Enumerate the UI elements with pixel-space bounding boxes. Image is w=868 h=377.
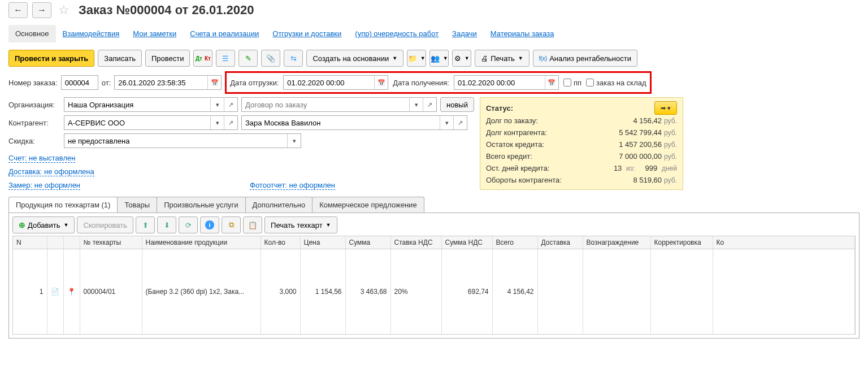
products-table: N № техкарты Наименование продукции Кол-… — [13, 236, 855, 334]
tab-materials[interactable]: Материалы заказа — [484, 25, 561, 42]
order-no-label: Номер заказа: — [8, 79, 58, 87]
tab-additional[interactable]: Дополнительно — [245, 197, 313, 213]
order-no-input[interactable] — [61, 75, 98, 90]
recv-date-input[interactable]: 📅 — [454, 75, 559, 90]
refresh-button[interactable]: ⟳ — [179, 216, 198, 233]
add-row-button[interactable]: ⊕ Добавить▼ — [12, 216, 75, 233]
print-techcard-button[interactable]: Печать техкарт▼ — [264, 216, 337, 233]
dt-kt-icon[interactable]: ДтКт — [193, 50, 212, 67]
table-header: N № техкарты Наименование продукции Кол-… — [13, 236, 855, 249]
ship-date-input[interactable]: 📅 — [283, 75, 388, 90]
info-button[interactable]: i — [200, 216, 219, 233]
edit-icon[interactable]: ✎ — [238, 50, 258, 67]
delivery-point-input[interactable]: ▾↗ — [241, 115, 467, 130]
new-contract-button[interactable]: новый — [440, 97, 474, 112]
org-label: Организация: — [8, 101, 60, 109]
users-icon[interactable]: 👥▼ — [429, 50, 449, 67]
status-debt-cp-label: Долг контрагента: — [486, 128, 547, 137]
back-button[interactable]: ← — [8, 2, 28, 18]
open-icon[interactable]: ↗ — [423, 98, 436, 111]
tab-services[interactable]: Произвольные услуги — [157, 197, 245, 213]
print-button[interactable]: 🖨 Печать▼ — [475, 50, 530, 67]
forward-button[interactable]: → — [32, 2, 51, 18]
photo-link[interactable]: Фотоотчет: не оформлен — [250, 181, 335, 190]
calendar-icon[interactable]: 📅 — [207, 76, 221, 89]
structure-icon[interactable]: ⇆ — [284, 50, 303, 67]
open-icon[interactable]: ↗ — [453, 116, 467, 129]
discount-label: Скидка: — [8, 137, 60, 145]
tab-interactions[interactable]: Взаимодействия — [56, 25, 127, 42]
measure-link[interactable]: Замер: не оформлен — [8, 181, 80, 190]
tab-shipments[interactable]: Отгрузки и доставки — [266, 25, 348, 42]
chevron-down-icon[interactable]: ▾ — [210, 98, 224, 111]
table-row[interactable]: 1 📄 📍 000004/01 (Банер 3.2 (360 dpi) 1x2… — [13, 249, 855, 334]
pp-checkbox[interactable]: пп — [563, 79, 581, 87]
open-icon[interactable]: ↗ — [224, 116, 237, 129]
chevron-down-icon[interactable]: ▾ — [210, 116, 224, 129]
attach-icon[interactable]: 📎 — [261, 50, 280, 67]
tab-notes[interactable]: Мои заметки — [126, 25, 183, 42]
tab-products[interactable]: Продукция по техкартам (1) — [8, 197, 118, 213]
tab-main[interactable]: Основное — [8, 25, 56, 42]
tab-tasks[interactable]: Задачи — [445, 25, 484, 42]
open-icon[interactable]: ↗ — [224, 98, 237, 111]
status-credit-remain-label: Остаток кредита: — [486, 140, 544, 149]
chevron-down-icon[interactable]: ▾ — [440, 116, 453, 129]
status-next-button[interactable]: ➡ ▾ — [654, 101, 677, 115]
tab-work-order[interactable]: (упр) очередность работ — [348, 25, 445, 42]
dates-highlight: Дата отгрузки: 📅 Дата получения: 📅 пп за… — [225, 71, 651, 94]
copy-row-button[interactable]: Скопировать — [77, 216, 133, 233]
profitability-button[interactable]: f(x) Анализ рентабельности — [533, 50, 637, 67]
recv-date-label: Дата получения: — [393, 79, 449, 87]
move-up-button[interactable]: ⬆ — [136, 216, 155, 233]
post-and-close-button[interactable]: Провести и закрыть — [8, 50, 94, 67]
list-icon[interactable]: ☰ — [216, 50, 235, 67]
move-down-button[interactable]: ⬇ — [157, 216, 176, 233]
pin-icon[interactable]: 📍 — [67, 288, 76, 296]
tab-commercial[interactable]: Коммерческое предложение — [312, 197, 424, 213]
doc-icon[interactable]: 📄 — [51, 288, 60, 296]
status-credit-days-label: Ост. дней кредита: — [486, 164, 550, 172]
calendar-icon[interactable]: 📅 — [374, 76, 388, 89]
ship-date-label: Дата отгрузки: — [230, 79, 279, 87]
favorite-star-icon[interactable]: ☆ — [56, 2, 72, 18]
counterparty-input[interactable]: ▾↗ — [64, 115, 238, 130]
chevron-down-icon[interactable]: ▾ — [287, 134, 301, 148]
save-button[interactable]: Записать — [98, 50, 142, 67]
invoice-link[interactable]: Счет: не выставлен — [8, 154, 75, 163]
paste-icon-button[interactable]: 📋 — [243, 216, 262, 233]
to-stock-checkbox[interactable]: заказ на склад — [586, 79, 646, 87]
plus-icon: ⊕ — [19, 220, 25, 229]
chevron-down-icon[interactable]: ▾ — [409, 98, 423, 111]
status-turnover-label: Обороты контрагента: — [486, 176, 562, 184]
org-input[interactable]: ▾↗ — [64, 97, 238, 112]
datetime-input[interactable]: 📅 — [114, 75, 222, 90]
info-icon: i — [205, 220, 214, 229]
create-based-on-button[interactable]: Создать на основании▼ — [306, 50, 403, 67]
copy-icon-button[interactable]: ⧉ — [222, 216, 241, 233]
nav-tabs: Основное Взаимодействия Мои заметки Счет… — [0, 20, 868, 43]
discount-input[interactable]: ▾ — [64, 133, 301, 148]
page-title: Заказ №000004 от 26.01.2020 — [79, 3, 254, 18]
gear-icon[interactable]: ⚙▼ — [452, 50, 471, 67]
tab-invoices[interactable]: Счета и реализации — [183, 25, 266, 42]
status-credit-total-label: Всего кредит: — [486, 152, 532, 161]
status-debt-order-label: Долг по заказу: — [486, 116, 538, 125]
from-label: от: — [102, 79, 111, 87]
calendar-icon[interactable]: 📅 — [545, 76, 558, 89]
status-title: Статус: — [486, 104, 513, 112]
post-button[interactable]: Провести — [145, 50, 190, 67]
contract-input[interactable]: ▾↗ — [241, 97, 437, 112]
folder-star-icon[interactable]: 📁▼ — [407, 50, 426, 67]
delivery-link[interactable]: Доставка: не оформлена — [8, 167, 94, 176]
counterparty-label: Контрагент: — [8, 119, 60, 127]
status-panel: Статус: ➡ ▾ Долг по заказу:4 156,42руб. … — [480, 97, 683, 190]
tab-goods[interactable]: Товары — [117, 197, 157, 213]
